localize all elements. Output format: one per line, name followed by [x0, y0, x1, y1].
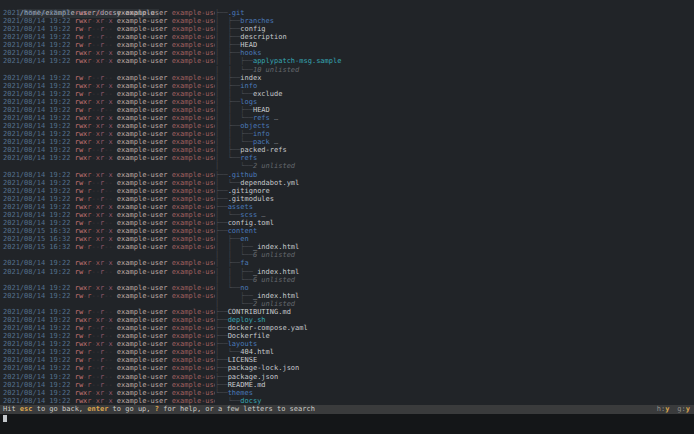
tree-row[interactable]: 2021/08/15 16:32 rwxr-xr-x example-user …: [0, 235, 694, 243]
file-group: example-user: [167, 308, 215, 316]
tree-row[interactable]: 2021/08/14 19:22 rw-r--r-- example-user …: [0, 364, 694, 372]
tree-row[interactable]: │ │ └──10 unlisted: [0, 66, 694, 74]
tree-row[interactable]: 2021/08/14 19:22 rw-r--r-- example-user …: [0, 356, 694, 364]
tree-entry: │ │ ├──_index.html: [215, 268, 694, 276]
tree-row[interactable]: 2021/08/14 19:22 rw-r--r-- example-user …: [0, 106, 694, 114]
file-group: example-user: [167, 219, 215, 227]
file-meta: 2021/08/14 19:22 rwxr-xr-x example-user …: [0, 98, 215, 106]
tree-entry: │ ├──_index.html: [215, 292, 694, 300]
tree-row[interactable]: 2021/08/14 19:22 rw-r--r-- example-user …: [0, 219, 694, 227]
file-perms: rw-r--r--: [75, 332, 113, 340]
dir-name: en: [240, 235, 248, 243]
file-group: example-user: [167, 243, 215, 251]
file-perms: rw-r--r--: [75, 308, 113, 316]
tree-row[interactable]: 2021/08/14 19:22 rw-r--r-- example-user …: [0, 179, 694, 187]
tree-entry: ├──CONTRIBUTING.md: [215, 308, 694, 316]
tree-row[interactable]: 2021/08/14 19:22 rwxr-xr-x example-user …: [0, 114, 694, 122]
tree-branch-lines: │ ├──: [215, 292, 253, 300]
file-date: 2021/08/14 19:22: [3, 138, 75, 146]
tree-entry: │ ├──hooks: [215, 49, 694, 57]
file-perms: rwxr-xr-x: [75, 171, 113, 179]
tree-row[interactable]: 2021/08/14 19:22 rwxr-xr-x example-user …: [0, 130, 694, 138]
tree-row[interactable]: 2021/08/14 19:22 rwxr-xr-x example-user …: [0, 171, 694, 179]
tree-row[interactable]: 2021/08/14 19:22 rw-r--r-- example-user …: [0, 90, 694, 98]
file-date: 2021/08/14 19:22: [3, 57, 75, 65]
file-meta: 2021/08/14 19:22 rwxr-xr-x example-user …: [0, 130, 215, 138]
file-perms: rw-r--r--: [75, 356, 113, 364]
file-owner: example-user: [113, 292, 168, 300]
file-perms: rwxr-xr-x: [75, 284, 113, 292]
tree-row[interactable]: 2021/08/14 19:22 rwxr-xr-x example-user …: [0, 203, 694, 211]
file-perms: rwxr-xr-x: [75, 114, 113, 122]
file-perms: rw-r--r--: [75, 219, 113, 227]
tree-row[interactable]: 2021/08/14 19:22 rw-r--r-- example-user …: [0, 33, 694, 41]
file-name: _index.html: [253, 268, 299, 276]
tree-entry: ├──README.md: [215, 381, 694, 389]
tree-branch-lines: │ └──: [215, 154, 240, 162]
tree-row[interactable]: 2021/08/14 19:22 rw-r--r-- example-user …: [0, 308, 694, 316]
tree-row[interactable]: 2021/08/14 19:22 rw-r--r-- example-user …: [0, 348, 694, 356]
tree-row[interactable]: 2021/08/14 19:22 rwxr-xr-x example-user …: [0, 154, 694, 162]
file-group: example-user: [167, 114, 215, 122]
file-owner: example-user: [113, 130, 168, 138]
tree-row[interactable]: 2021/08/14 19:22 rwxr-xr-x example-user …: [0, 49, 694, 57]
tree-row[interactable]: 2021/08/14 19:22 rwxr-xr-x example-user …: [0, 98, 694, 106]
tree-row[interactable]: │ └──2 unlisted: [0, 300, 694, 308]
tree-row[interactable]: 2021/08/14 19:22 rw-r--r-- example-user …: [0, 292, 694, 300]
dir-name: refs: [240, 154, 257, 162]
tree-entry: ├──.gitmodules: [215, 195, 694, 203]
file-owner: example-user: [113, 324, 168, 332]
tree-row[interactable]: 2021/08/14 19:22 rw-r--r-- example-user …: [0, 373, 694, 381]
tree-row[interactable]: 2021/08/14 19:22 rw-r--r-- example-user …: [0, 268, 694, 276]
file-meta: 2021/08/15 16:32 rwxr-xr-x example-user …: [0, 235, 215, 243]
tree-row[interactable]: 2021/08/14 19:22 rwxr-xr-x example-user …: [0, 9, 694, 17]
file-perms: rw-r--r--: [75, 33, 113, 41]
file-group: example-user: [167, 41, 215, 49]
file-name: package-lock.json: [228, 364, 300, 372]
file-owner: example-user: [113, 17, 168, 25]
dir-name: info: [240, 82, 257, 90]
tree-row[interactable]: 2021/08/14 19:22 rwxr-xr-x example-user …: [0, 397, 694, 405]
file-owner: example-user: [113, 114, 168, 122]
file-meta: 2021/08/14 19:22 rwxr-xr-x example-user …: [0, 9, 215, 17]
tree-row[interactable]: 2021/08/14 19:22 rwxr-xr-x example-user …: [0, 284, 694, 292]
tree-row[interactable]: 2021/08/14 19:22 rwxr-xr-x example-user …: [0, 138, 694, 146]
tree-row[interactable]: 2021/08/14 19:22 rwxr-xr-x example-user …: [0, 340, 694, 348]
tree-branch-lines: │ └──: [215, 284, 240, 292]
tree-row[interactable]: 2021/08/14 19:22 rw-r--r-- example-user …: [0, 381, 694, 389]
tree-row[interactable]: 2021/08/14 19:22 rwxr-xr-x example-user …: [0, 17, 694, 25]
tree-row[interactable]: 2021/08/15 16:32 rwxr-xr-x example-user …: [0, 227, 694, 235]
tree-branch-lines: │ ├──: [215, 17, 240, 25]
tree-row[interactable]: 2021/08/15 16:32 rw-r--r-- example-user …: [0, 243, 694, 251]
file-date: 2021/08/14 19:22: [3, 381, 75, 389]
tree-row[interactable]: 2021/08/14 19:22 rw-r--r-- example-user …: [0, 332, 694, 340]
tree-row[interactable]: 2021/08/14 19:22 rw-r--r-- example-user …: [0, 25, 694, 33]
tree-row[interactable]: │ │ └──6 unlisted: [0, 251, 694, 259]
tree-row[interactable]: 2021/08/14 19:22 rw-r--r-- example-user …: [0, 187, 694, 195]
search-input[interactable]: [0, 414, 694, 423]
tree-row[interactable]: 2021/08/14 19:22 rwxr-xr-x example-user …: [0, 316, 694, 324]
file-date: 2021/08/14 19:22: [3, 106, 75, 114]
tree-entry: ├──docker-compose.yaml: [215, 324, 694, 332]
tree-row[interactable]: 2021/08/14 19:22 rwxr-xr-x example-user …: [0, 57, 694, 65]
tree-row[interactable]: 2021/08/14 19:22 rwxr-xr-x example-user …: [0, 82, 694, 90]
tree-entry: │ │ ├──HEAD: [215, 106, 694, 114]
file-perms: rwxr-xr-x: [75, 98, 113, 106]
file-owner: example-user: [113, 284, 168, 292]
tree-row[interactable]: 2021/08/14 19:22 rwxr-xr-x example-user …: [0, 211, 694, 219]
tree-row[interactable]: 2021/08/14 19:22 rw-r--r-- example-user …: [0, 41, 694, 49]
tree-row[interactable]: 2021/08/14 19:22 rw-r--r-- example-user …: [0, 74, 694, 82]
tree-row[interactable]: 2021/08/14 19:22 rwxr-xr-x example-user …: [0, 122, 694, 130]
tree-row[interactable]: │ │ └──6 unlisted: [0, 276, 694, 284]
file-perms: rw-r--r--: [75, 41, 113, 49]
file-meta: [0, 251, 215, 259]
tree-row[interactable]: 2021/08/14 19:22 rwxr-xr-x example-user …: [0, 259, 694, 267]
tree-row[interactable]: │ └──2 unlisted: [0, 162, 694, 170]
file-owner: example-user: [113, 195, 168, 203]
tree-row[interactable]: 2021/08/14 19:22 rw-r--r-- example-user …: [0, 146, 694, 154]
tree-row[interactable]: 2021/08/14 19:22 rwxr-xr-x example-user …: [0, 389, 694, 397]
tree-row[interactable]: 2021/08/14 19:22 rw-r--r-- example-user …: [0, 195, 694, 203]
file-name: applypatch-msg.sample: [253, 57, 342, 65]
tree-row[interactable]: 2021/08/14 19:22 rw-r--r-- example-user …: [0, 324, 694, 332]
file-name: dependabot.yml: [240, 179, 299, 187]
